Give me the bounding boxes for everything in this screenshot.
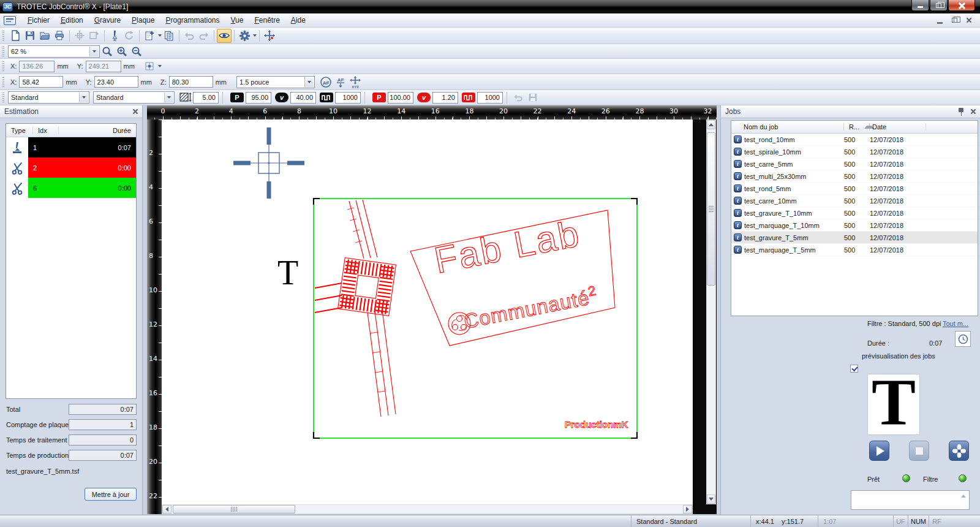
mdi-restore-button[interactable] <box>949 16 959 25</box>
laser-z-input[interactable]: 80.30 <box>169 76 213 88</box>
stop-button[interactable] <box>909 441 929 461</box>
toolbar-grip[interactable] <box>2 93 4 102</box>
job-row[interactable]: ttest_rond_5mm50012/07/2018 <box>731 183 978 195</box>
jobs-message-box[interactable] <box>851 490 970 510</box>
mdi-close-button[interactable] <box>964 16 974 25</box>
preview-jobs-checkbox[interactable] <box>850 365 858 373</box>
power2-input[interactable]: 100.00 <box>388 92 413 104</box>
zoom-in-button[interactable] <box>115 44 129 58</box>
vertical-scrollbar[interactable] <box>706 119 716 504</box>
delete-job-button[interactable] <box>162 29 176 43</box>
menu-gravure[interactable]: Gravure <box>89 13 126 27</box>
autofocus-move-button[interactable]: AF <box>333 75 348 89</box>
close-panel-button[interactable] <box>133 109 138 114</box>
save-params-button[interactable] <box>526 91 540 105</box>
plate-work-area[interactable]: T <box>162 119 693 504</box>
center-position-button[interactable] <box>72 29 87 43</box>
scroll-left-button[interactable] <box>162 505 172 514</box>
job-row[interactable]: ttest_carre_10mm50012/07/2018 <box>731 195 978 207</box>
process-combo[interactable]: Standard <box>93 91 175 104</box>
pin-panel-icon[interactable] <box>957 107 965 116</box>
job-row[interactable]: ttest_multi_25x30mm50012/07/2018 <box>731 170 978 183</box>
frequency2-input[interactable]: 1000 <box>477 92 503 104</box>
thickness-input[interactable]: 5.00 <box>193 92 219 104</box>
move-laser-button[interactable] <box>262 29 277 43</box>
redo-button[interactable] <box>197 29 211 43</box>
exhaust-fan-button[interactable] <box>949 441 969 461</box>
column-duree[interactable]: Durée <box>59 127 136 134</box>
save-button[interactable] <box>23 29 37 43</box>
menu-edition[interactable]: Edition <box>55 13 89 27</box>
preview-toggle-button[interactable] <box>217 29 232 43</box>
update-button[interactable]: Mettre à jour <box>85 488 137 501</box>
job-row[interactable]: ttest_rond_10mm50012/07/2018 <box>731 134 978 146</box>
speed1-input[interactable]: 40.00 <box>290 92 316 104</box>
add-job-button[interactable] <box>142 29 157 43</box>
autofocus-button[interactable]: AF <box>318 75 333 89</box>
menu-fichier[interactable]: Fichier <box>22 13 55 27</box>
minimize-button[interactable] <box>911 0 929 11</box>
close-button[interactable] <box>948 0 975 11</box>
job-row[interactable]: ttest_gravure_T_5mm50012/07/2018 <box>731 232 978 244</box>
job-row[interactable]: ttest_marquage_T_10mm50012/07/2018 <box>731 219 978 232</box>
zoom-lens-button[interactable] <box>100 44 115 58</box>
settings-dropdown[interactable] <box>253 34 257 37</box>
scroll-right-button[interactable] <box>683 505 692 514</box>
position-plate-button[interactable] <box>87 29 102 43</box>
open-button[interactable] <box>37 29 52 43</box>
menu-fenetre[interactable]: Fenêtre <box>249 13 285 27</box>
lens-combo[interactable]: 1.5 pouce <box>236 76 315 88</box>
position-mode-dropdown[interactable] <box>158 65 162 67</box>
vertical-scroll-thumb[interactable] <box>707 132 715 286</box>
recalc-duration-button[interactable] <box>955 331 971 347</box>
job-row[interactable]: ttest_marquage_T_5mm50012/07/2018 <box>731 244 978 256</box>
placed-letter-t[interactable]: T <box>277 254 298 292</box>
lens-combo-button[interactable] <box>304 77 314 87</box>
undo-button[interactable] <box>182 29 197 43</box>
material-combo-button[interactable] <box>79 93 88 102</box>
zoom-out-button[interactable] <box>129 44 144 58</box>
menu-vue[interactable]: Vue <box>225 13 249 27</box>
job-row[interactable]: ttest_carre_5mm50012/07/2018 <box>731 158 978 170</box>
show-all-link[interactable]: Tout m... <box>943 320 968 327</box>
menu-plaque[interactable]: Plaque <box>126 13 160 27</box>
column-type[interactable]: Type <box>6 127 33 134</box>
play-button[interactable] <box>869 441 889 461</box>
rotate-plate-button[interactable] <box>122 29 137 43</box>
estimation-row[interactable]: 10:07 <box>6 137 136 157</box>
estimation-row[interactable]: 60:00 <box>6 178 136 198</box>
close-panel-button[interactable] <box>971 109 976 114</box>
revert-params-button[interactable] <box>511 91 526 105</box>
horizontal-scrollbar[interactable] <box>162 504 693 514</box>
toolbar-grip[interactable] <box>2 77 4 87</box>
new-file-button[interactable] <box>8 29 23 43</box>
scroll-up-button[interactable] <box>707 120 715 129</box>
power1-input[interactable]: 95.00 <box>246 92 271 104</box>
scroll-down-button[interactable] <box>707 495 715 504</box>
toolbar-grip[interactable] <box>2 47 4 56</box>
position-mode-button[interactable] <box>142 59 157 74</box>
job-row[interactable]: ttest_spirale_10mm50012/07/2018 <box>731 146 978 158</box>
column-idx[interactable]: Idx <box>33 127 59 134</box>
laser-x-input[interactable]: 58.42 <box>19 76 63 88</box>
mdi-minimize-button[interactable] <box>935 16 944 25</box>
job-row[interactable]: ttest_gravure_T_10mm50012/07/2018 <box>731 207 978 219</box>
menu-aide[interactable]: Aide <box>285 13 311 27</box>
toolbar-grip[interactable] <box>2 61 4 71</box>
process-combo-button[interactable] <box>164 93 173 102</box>
toolbar-grip[interactable] <box>2 31 4 40</box>
move-xyz-button[interactable]: XYZ <box>348 75 363 89</box>
settings-button[interactable] <box>237 29 252 43</box>
restore-button[interactable] <box>930 0 948 11</box>
laser-y-input[interactable]: 23.40 <box>94 76 138 88</box>
column-job-name[interactable]: Nom du job <box>731 123 844 131</box>
horizontal-scroll-thumb[interactable] <box>173 505 295 514</box>
laser-position-marker[interactable] <box>233 127 304 199</box>
document-icon[interactable] <box>4 16 16 25</box>
estimation-row[interactable]: 20:00 <box>6 157 136 178</box>
print-button[interactable] <box>52 29 67 43</box>
material-combo[interactable]: Standard <box>8 91 89 104</box>
focus-laser-button[interactable] <box>107 29 122 43</box>
zoom-combo-button[interactable] <box>89 47 99 56</box>
column-resolution[interactable]: R... <box>844 123 870 131</box>
